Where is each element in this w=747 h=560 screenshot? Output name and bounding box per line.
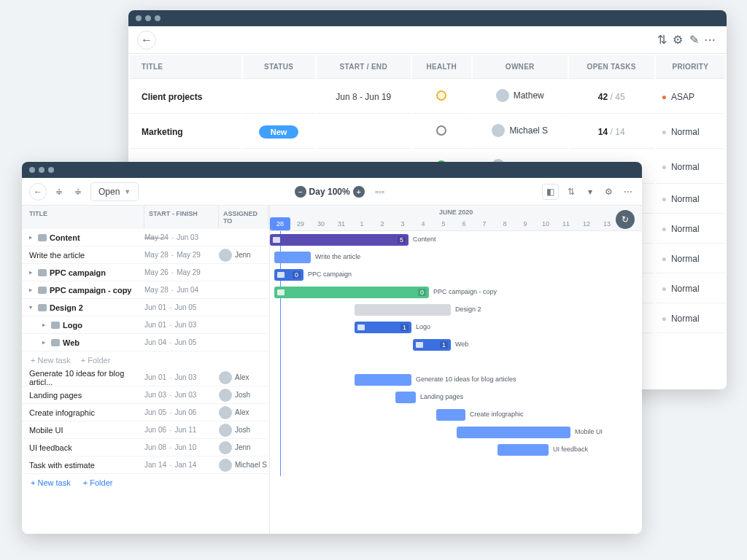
expand-chevron[interactable]: ▸ <box>42 322 48 328</box>
task-row[interactable]: Task with estimateJan 14-Jan 14Michael S <box>22 456 269 474</box>
expand-chevron[interactable]: ▾ <box>29 304 35 311</box>
day-cell[interactable]: 4 <box>413 217 433 230</box>
sort-icon[interactable]: ⇅ <box>565 187 578 197</box>
cell-dates: Jun 04-Jun 05 <box>144 338 219 346</box>
expand-chevron[interactable]: ▸ <box>29 234 35 241</box>
expand-chevron[interactable]: ▸ <box>42 339 48 346</box>
traffic-dot[interactable] <box>136 15 142 21</box>
filter-icon[interactable]: ▾ <box>584 187 597 197</box>
day-cell[interactable]: 1 <box>352 217 372 230</box>
back-button[interactable]: ← <box>137 31 156 50</box>
folder-row[interactable]: ▸ContentMay 24-Jun 03 <box>22 229 269 246</box>
cell-health <box>412 80 471 114</box>
day-cell[interactable]: 9 <box>515 217 535 230</box>
more-icon[interactable]: ⋯ <box>622 187 635 197</box>
task-row[interactable]: Landing pagesJun 03-Jun 03Josh <box>22 386 269 404</box>
new-task-button[interactable]: + New task <box>31 356 71 365</box>
task-row[interactable]: Create infographicJun 05-Jun 06Alex <box>22 404 269 421</box>
day-cell[interactable]: 12 <box>576 217 597 230</box>
folder-row[interactable]: ▸PPC campaignMay 26-May 29 <box>22 264 269 281</box>
folder-icon <box>277 289 285 295</box>
task-row[interactable]: UI feedbackJun 08-Jun 10Jenn <box>22 439 269 456</box>
column-header[interactable]: OPEN TASKS <box>569 55 654 79</box>
traffic-dot[interactable] <box>48 167 54 173</box>
cell-dates: Jun 01-Jun 03 <box>144 373 219 381</box>
gantt-bar[interactable]: 0 <box>274 269 303 281</box>
edit-icon[interactable]: ✎ <box>686 33 702 47</box>
day-cell[interactable]: 3 <box>392 217 413 230</box>
gantt-bar[interactable] <box>274 252 311 263</box>
traffic-dot[interactable] <box>155 15 160 21</box>
folder-row[interactable]: ▾Design 2Jun 01-Jun 05 <box>22 299 269 316</box>
day-cell[interactable]: 31 <box>331 217 352 230</box>
expand-chevron[interactable]: ▸ <box>29 269 35 276</box>
folder-row[interactable]: ▸PPC campaign - copyMay 28-Jun 04 <box>22 281 269 299</box>
day-cell[interactable]: 5 <box>433 217 454 230</box>
column-header[interactable]: HEALTH <box>412 55 471 79</box>
bar-label: Landing pages <box>420 393 463 400</box>
filter-dropdown[interactable]: Open ▼ <box>90 182 139 201</box>
health-dot[interactable] <box>436 125 446 136</box>
new-folder-button[interactable]: + Folder <box>83 478 113 487</box>
health-dot[interactable] <box>436 90 446 101</box>
table-row[interactable]: MarketingNewMichael S14 / 14Normal <box>130 115 725 149</box>
column-header[interactable]: START / END <box>317 55 411 79</box>
assignee-name: Michael S <box>235 461 267 469</box>
new-task-button[interactable]: + New task <box>31 478 71 487</box>
expand-chevron[interactable]: ▸ <box>29 287 35 293</box>
traffic-dot[interactable] <box>145 15 151 21</box>
task-row[interactable]: Write the articleMay 28-May 29Jenn <box>22 246 269 264</box>
bar-label: Design 2 <box>455 306 481 313</box>
gear-icon[interactable]: ⚙ <box>670 33 686 47</box>
collapse-icon[interactable]: ≑ <box>53 187 66 197</box>
zoom-in-button[interactable]: + <box>353 186 365 198</box>
gantt-bar[interactable]: 5 <box>270 234 409 246</box>
column-header[interactable]: STATUS <box>243 55 315 79</box>
fit-icon[interactable]: ▫◦▫ <box>374 187 387 197</box>
task-row[interactable]: Mobile UIJun 06-Jun 11Josh <box>22 421 269 439</box>
folder-row[interactable]: ▸LogoJun 01-Jun 03 <box>22 316 269 334</box>
day-cell[interactable]: 29 <box>290 217 311 230</box>
expand-icon[interactable]: ≑ <box>71 187 85 197</box>
gantt-bar[interactable] <box>498 444 549 456</box>
gantt-bar[interactable]: 1 <box>355 322 411 333</box>
traffic-dot[interactable] <box>29 167 35 173</box>
assignee-name: Jenn <box>235 443 251 451</box>
day-cell[interactable]: 28 <box>270 217 290 230</box>
folder-icon <box>38 234 47 241</box>
gantt-bar[interactable] <box>436 409 465 421</box>
gantt-bar[interactable] <box>457 427 570 438</box>
zoom-out-button[interactable]: − <box>295 186 306 198</box>
column-header[interactable]: PRIORITY <box>656 55 725 79</box>
gantt-bar[interactable] <box>355 374 411 386</box>
day-cell[interactable]: 10 <box>535 217 556 230</box>
gantt-bar[interactable] <box>395 392 416 403</box>
day-cell[interactable]: 8 <box>495 217 515 230</box>
back-button[interactable]: ← <box>29 183 47 201</box>
day-cell[interactable]: 30 <box>311 217 331 230</box>
panel-toggle-icon[interactable]: ◧ <box>542 184 559 200</box>
timeline-panel[interactable]: JUNE 2020 282930311234567891011121314 5C… <box>270 206 642 534</box>
gantt-bar[interactable]: 0 <box>274 287 429 298</box>
refresh-button[interactable]: ↻ <box>616 210 635 229</box>
table-row[interactable]: Client projectsJun 8 - Jun 19Mathew42 / … <box>130 80 725 114</box>
day-cell[interactable]: 2 <box>372 217 392 230</box>
window-titlebar[interactable] <box>22 162 642 178</box>
day-cell[interactable]: 6 <box>454 217 474 230</box>
window-titlebar[interactable] <box>128 10 727 26</box>
gear-icon[interactable]: ⚙ <box>603 187 616 197</box>
gantt-bar[interactable] <box>355 304 451 316</box>
sort-icon[interactable]: ⇅ <box>654 33 670 47</box>
more-icon[interactable]: ⋯ <box>702 33 718 47</box>
status-pill[interactable]: New <box>259 125 299 139</box>
new-folder-button[interactable]: + Folder <box>81 356 111 365</box>
gantt-bar[interactable]: 1 <box>413 339 451 351</box>
folder-row[interactable]: ▸WebJun 04-Jun 05 <box>22 334 269 351</box>
traffic-dot[interactable] <box>39 167 44 173</box>
day-cell[interactable]: 11 <box>556 217 576 230</box>
task-row[interactable]: Generate 10 ideas for blog articl...Jun … <box>22 369 269 386</box>
day-cell[interactable]: 13 <box>597 217 617 230</box>
column-header[interactable]: OWNER <box>473 55 568 79</box>
day-cell[interactable]: 7 <box>474 217 495 230</box>
column-header[interactable]: TITLE <box>130 55 241 79</box>
